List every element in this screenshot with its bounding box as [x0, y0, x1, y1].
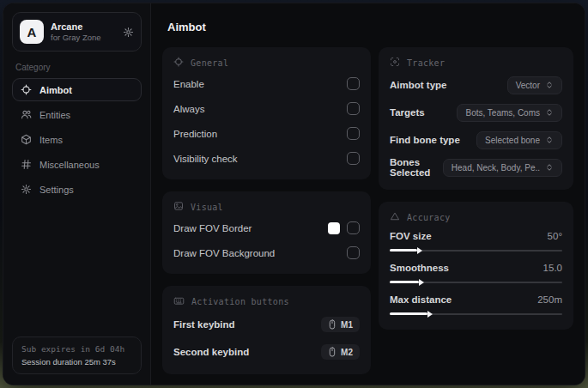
row-label: Find bone type	[390, 135, 460, 145]
row-label: Aimbot type	[390, 80, 446, 90]
mouse-icon	[328, 319, 336, 330]
category-label: Category	[15, 63, 138, 72]
slider-fill	[390, 281, 419, 283]
row-label: First keybind	[173, 319, 235, 330]
accuracy-panel: Accuracy FOV size 50°	[379, 202, 573, 330]
hash-icon	[21, 159, 32, 170]
first-keybind-row: First keybind M1	[173, 313, 360, 336]
gear-icon	[21, 184, 32, 195]
targets-select[interactable]: Bots, Teams, Coms	[457, 104, 562, 122]
app-window: A Arcane for Gray Zone Category	[3, 3, 585, 385]
slider-thumb[interactable]	[417, 247, 422, 254]
scan-target-icon	[390, 57, 400, 69]
fov-border-color-swatch[interactable]	[328, 222, 340, 234]
always-checkbox[interactable]	[347, 102, 360, 115]
second-keybind-row: Second keybind M2	[173, 341, 360, 363]
prediction-row: Prediction	[173, 124, 360, 143]
sidebar-item-aimbot[interactable]: Aimbot	[12, 78, 142, 101]
visual-panel-header: Visual	[173, 201, 360, 213]
visibility-check-checkbox[interactable]	[347, 152, 360, 165]
sidebar-item-items[interactable]: Items	[12, 128, 142, 151]
keyboard-icon	[173, 295, 185, 308]
row-label: Visibility check	[173, 154, 238, 164]
tracker-panel: Tracker Aimbot type Vector	[379, 47, 573, 190]
app-logo: A	[20, 20, 44, 44]
image-icon	[173, 201, 184, 213]
desktop-background: A Arcane for Gray Zone Category	[0, 0, 588, 388]
subscription-card: Sub expires in 6d 04h Session duration 2…	[12, 336, 142, 374]
row-label: Smoothness	[390, 263, 449, 273]
slider-thumb[interactable]	[427, 311, 433, 318]
smoothness-slider[interactable]	[390, 277, 562, 287]
panel-title: Activation buttons	[191, 297, 289, 306]
keybind-value: M2	[341, 348, 353, 357]
row-label: Draw FOV Border	[173, 223, 252, 233]
visual-panel: Visual Draw FOV Border Draw FOV Backgrou…	[162, 191, 371, 274]
brand-name: Arcane	[51, 21, 101, 32]
max-distance-slider[interactable]	[390, 309, 562, 318]
smoothness-row: Smoothness 15.0	[390, 263, 562, 287]
sidebar-item-label: Entities	[39, 110, 70, 120]
chevron-up-down-icon	[545, 108, 554, 117]
smoothness-value: 15.0	[543, 263, 562, 273]
page-title: Aimbot	[167, 21, 573, 33]
row-label: Targets	[390, 107, 425, 118]
brand-subtitle: for Gray Zone	[51, 33, 101, 42]
find-bone-type-select[interactable]: Selected bone	[476, 131, 562, 149]
draw-fov-background-checkbox[interactable]	[347, 246, 360, 259]
gear-icon[interactable]	[123, 27, 134, 38]
first-keybind-button[interactable]: M1	[321, 317, 360, 332]
slider-fill	[390, 312, 427, 315]
activation-panel-header: Activation buttons	[173, 295, 360, 308]
tracker-panel-header: Tracker	[390, 57, 562, 69]
accuracy-panel-header: Accuracy	[390, 211, 562, 223]
sidebar-item-settings[interactable]: Settings	[12, 178, 142, 201]
sidebar-nav: Aimbot Entities	[12, 78, 142, 201]
row-label: FOV size	[390, 231, 432, 241]
bones-selected-row: Bones Selected Head, Neck, Body, Pe..	[390, 156, 562, 179]
draw-fov-border-row: Draw FOV Border	[173, 218, 360, 238]
slider-thumb[interactable]	[419, 279, 424, 286]
max-distance-row: Max distance 250m	[390, 294, 562, 318]
panel-title: General	[191, 58, 228, 68]
brand-card: A Arcane for Gray Zone	[12, 12, 142, 52]
chevron-up-down-icon	[545, 136, 554, 144]
fov-size-slider[interactable]	[390, 246, 562, 255]
select-value: Bots, Teams, Coms	[465, 108, 540, 118]
crosshair-icon	[21, 84, 32, 95]
general-panel: General Enable Always Prediction	[162, 47, 371, 179]
select-value: Selected bone	[485, 136, 540, 145]
sidebar-item-label: Miscellaneous	[39, 160, 100, 170]
enable-row: Enable	[173, 74, 360, 94]
activation-panel: Activation buttons First keybind M1	[162, 286, 371, 374]
targets-row: Targets Bots, Teams, Coms	[390, 101, 562, 124]
row-label: Enable	[173, 79, 204, 89]
visibility-check-row: Visibility check	[173, 149, 360, 168]
fov-size-value: 50°	[548, 231, 562, 241]
aimbot-type-select[interactable]: Vector	[507, 76, 562, 94]
second-keybind-button[interactable]: M2	[321, 344, 360, 360]
always-row: Always	[173, 99, 360, 118]
find-bone-type-row: Find bone type Selected bone	[390, 129, 562, 151]
triangle-icon	[390, 211, 400, 223]
row-label: Bones Selected	[390, 157, 443, 178]
slider-fill	[390, 249, 417, 252]
sidebar-item-entities[interactable]: Entities	[12, 103, 142, 126]
panel-title: Accuracy	[407, 213, 451, 222]
prediction-checkbox[interactable]	[347, 127, 360, 140]
crosshair-icon	[173, 57, 184, 69]
select-value: Head, Neck, Body, Pe..	[452, 163, 540, 173]
draw-fov-background-row: Draw FOV Background	[173, 243, 360, 263]
draw-fov-border-checkbox[interactable]	[347, 221, 360, 234]
row-label: Prediction	[173, 129, 217, 139]
box-icon	[21, 134, 32, 145]
keybind-value: M1	[341, 320, 353, 330]
sidebar: A Arcane for Gray Zone Category	[3, 3, 151, 385]
sub-expires-text: Sub expires in 6d 04h	[21, 344, 132, 354]
max-distance-value: 250m	[537, 294, 562, 305]
sidebar-item-miscellaneous[interactable]: Miscellaneous	[12, 153, 142, 176]
panel-title: Visual	[191, 203, 223, 212]
enable-checkbox[interactable]	[347, 77, 360, 90]
session-duration-text: Session duration 25m 37s	[21, 357, 132, 367]
bones-selected-select[interactable]: Head, Neck, Body, Pe..	[443, 159, 562, 177]
